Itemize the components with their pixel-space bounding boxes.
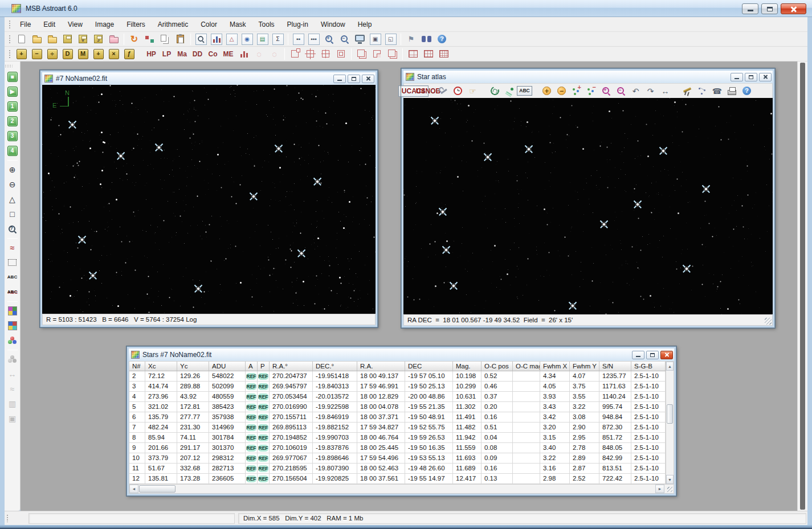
image-browser-icon[interactable] xyxy=(106,32,121,46)
detected-star-marker[interactable] xyxy=(524,144,534,154)
detected-star-marker[interactable] xyxy=(88,270,98,281)
table-row[interactable]: 272.12129.26548022REFREF270.204737-19.95… xyxy=(129,371,666,382)
convolution-filter-icon[interactable]: Co xyxy=(205,47,221,61)
refresh-icon[interactable]: ↻ xyxy=(127,32,142,46)
ddp-filter-icon[interactable]: DD xyxy=(190,47,205,61)
detected-star-marker[interactable] xyxy=(77,235,87,245)
fit-image-icon[interactable]: ◱ xyxy=(383,32,398,46)
resize-grip[interactable] xyxy=(765,318,772,325)
preset-2-button[interactable]: 2 xyxy=(6,114,19,129)
detected-star-marker[interactable] xyxy=(438,207,448,217)
blur-circle-2-icon[interactable]: ◌ xyxy=(267,47,282,61)
binoculars-icon[interactable] xyxy=(419,32,434,46)
transfer-icon[interactable] xyxy=(142,32,157,46)
scroll-thumb[interactable] xyxy=(667,404,673,424)
detected-star-marker[interactable] xyxy=(274,143,284,154)
atlas-window-titlebar[interactable]: Star atlas xyxy=(403,71,773,83)
table-maximize-button[interactable] xyxy=(646,351,659,359)
table-medium-icon[interactable] xyxy=(421,47,436,61)
copy-icon[interactable] xyxy=(157,32,173,46)
atlas-minimize-button[interactable] xyxy=(731,73,743,81)
column-header-fwhm-x[interactable]: Fwhm X xyxy=(540,362,570,371)
galaxy-icon[interactable] xyxy=(488,84,502,98)
comet-icon[interactable] xyxy=(503,84,517,98)
table-row[interactable]: 5321.02172.81385423REFREF270.016990-19.9… xyxy=(129,402,666,412)
help-icon[interactable]: ? xyxy=(434,32,450,46)
atlas-canvas[interactable] xyxy=(403,98,773,314)
zoom-out-icon[interactable]: − xyxy=(337,32,352,46)
detected-star-marker[interactable] xyxy=(116,151,126,161)
atlas-maximize-button[interactable] xyxy=(745,73,757,81)
column-header-dec-[interactable]: DEC.° xyxy=(313,362,357,371)
table-vertical-scrollbar[interactable]: ▲ ▼ xyxy=(666,362,674,484)
column-header-a[interactable]: A xyxy=(246,362,258,371)
selection-rect-icon[interactable] xyxy=(6,255,19,270)
save-icon[interactable] xyxy=(60,32,75,46)
table-window-titlebar[interactable]: Stars #7 NoName02.fit xyxy=(129,348,674,361)
fewer-stars-icon[interactable] xyxy=(584,84,598,98)
telescope-icon[interactable] xyxy=(680,84,695,98)
labels-abc-button[interactable]: ABC xyxy=(517,84,532,98)
add-object-icon[interactable]: + xyxy=(540,84,554,98)
menu-tools[interactable]: Tools xyxy=(252,18,281,31)
rotate-image-icon[interactable] xyxy=(287,47,303,61)
table-close-button[interactable] xyxy=(660,351,673,359)
image-window-titlebar[interactable]: #7 NoName02.fit xyxy=(42,72,376,85)
blur-circle-icon[interactable]: ◌ xyxy=(251,47,267,61)
maximum-filter-icon[interactable]: Ma xyxy=(174,47,190,61)
scroll-right-button[interactable]: ► xyxy=(655,485,664,493)
zoom-in-icon[interactable]: + xyxy=(321,32,337,46)
flip-field-icon[interactable]: ↔ xyxy=(658,84,672,98)
column-header-r-a-[interactable]: R.A.° xyxy=(270,362,313,371)
low-pass-filter-icon[interactable]: LP xyxy=(159,47,174,61)
preview-window-icon[interactable] xyxy=(193,32,209,46)
divide-op-button[interactable]: ÷ xyxy=(44,47,60,61)
detected-star-marker[interactable] xyxy=(633,199,643,210)
median-filter-icon[interactable]: ME xyxy=(221,47,236,61)
table-row[interactable]: 9201.66291.17301370REFREF270.106019-19.8… xyxy=(129,443,666,453)
rgb-colors-icon[interactable] xyxy=(6,333,19,348)
help-icon[interactable]: ? xyxy=(740,84,754,98)
resize-grip[interactable] xyxy=(664,485,674,493)
high-pass-filter-icon[interactable]: HP xyxy=(144,47,159,61)
image-maximize-button[interactable] xyxy=(348,75,360,83)
fit-window-icon[interactable]: ▣ xyxy=(368,32,383,46)
open-sequence-icon[interactable] xyxy=(44,32,60,46)
image-canvas[interactable]: N E xyxy=(42,85,376,314)
wave-disabled-icon[interactable]: ≈ xyxy=(6,382,19,396)
close-button[interactable] xyxy=(781,3,806,14)
detected-star-marker[interactable] xyxy=(193,284,203,294)
column-header-xc[interactable]: Xc xyxy=(145,362,177,371)
multiply-op-button[interactable]: × xyxy=(106,47,121,61)
table-row[interactable]: 6135.79277.77357938REFREF270.155711-19.8… xyxy=(129,412,666,423)
column-header-p[interactable]: P xyxy=(258,362,270,371)
table-row[interactable]: 3414.74289.88502099REFREF269.945797-19.8… xyxy=(129,382,666,392)
zoom-large-dots-icon[interactable]: ▪▪▪ xyxy=(306,32,321,46)
dark-op-button[interactable]: D xyxy=(60,47,75,61)
menu-file[interactable]: File xyxy=(14,18,37,31)
triangle-tool-icon[interactable]: △ xyxy=(6,192,19,207)
detected-star-marker[interactable] xyxy=(599,219,609,229)
histogram-window-icon[interactable] xyxy=(209,32,224,46)
image-close-button[interactable] xyxy=(362,75,374,83)
goto-telescope-icon[interactable]: ☎ xyxy=(710,84,724,98)
menu-plugin[interactable]: Plug-in xyxy=(281,18,315,31)
flip-image-icon[interactable] xyxy=(369,47,385,61)
rectangle-tool-icon[interactable]: □ xyxy=(6,207,19,222)
detected-star-marker[interactable] xyxy=(568,301,578,311)
save-j-icon[interactable]: J xyxy=(91,32,106,46)
palette-alt-icon[interactable] xyxy=(6,318,19,333)
column-header-r-a-[interactable]: R.A. xyxy=(357,362,405,371)
undo-icon[interactable]: ↶ xyxy=(629,84,643,98)
menu-image[interactable]: Image xyxy=(89,18,120,31)
column-header-fwhm-y[interactable]: Fwhm Y xyxy=(570,362,599,371)
paste-icon[interactable] xyxy=(173,32,188,46)
layers-disabled-icon[interactable]: ▣ xyxy=(6,411,19,426)
remove-object-icon[interactable]: − xyxy=(554,84,569,98)
detected-star-marker[interactable] xyxy=(67,120,77,130)
curves-window-icon[interactable]: △ xyxy=(224,32,239,46)
add-op-button[interactable]: + xyxy=(14,47,29,61)
resize-image-icon[interactable] xyxy=(303,47,318,61)
menu-view[interactable]: View xyxy=(62,18,89,31)
pin-icon[interactable]: ⚑ xyxy=(403,32,419,46)
